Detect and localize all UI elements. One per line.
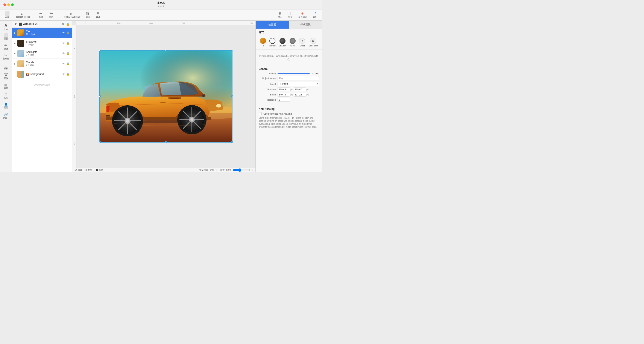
status-bar-right: 渲染模式 完整 ▾ 缩放 82 % ▾ — [200, 168, 253, 172]
aa-checkbox-row: Use seamless Anti-Aliasing — [259, 112, 319, 115]
style-section-label: 样式 — [256, 29, 322, 35]
undo-button[interactable]: ↩ 撤销 — [36, 11, 46, 20]
scale-h-input[interactable] — [294, 93, 306, 97]
position-y-unit: px — [306, 88, 309, 91]
border-style-button[interactable]: Border — [268, 37, 277, 48]
effect-style-button[interactable]: ✦ Effect — [298, 37, 306, 48]
fill-style-button[interactable]: Fill — [259, 37, 267, 48]
template-icon: ⊞ — [4, 63, 7, 67]
layer-item-clouds[interactable]: ▶ Clouds 4 个对象 👁 🔒 — [12, 59, 72, 69]
layer-item-spotlights[interactable]: ▶ Spotlights 2 个对象 👁 🔒 — [12, 48, 72, 59]
layer-lock-car[interactable]: 🔒 — [66, 31, 70, 34]
layer-lock-background[interactable]: 🔒 — [66, 72, 70, 76]
delete-button[interactable]: 🗑 副除 — [83, 11, 92, 20]
layer-expand-icon[interactable]: ▶ — [14, 32, 16, 34]
text-tool[interactable]: A 文本 — [1, 22, 11, 32]
redo-button[interactable]: ↪ 重做 — [46, 11, 56, 20]
align-button[interactable]: ▦ 对齐 — [276, 11, 284, 19]
undo-icon: ↩ — [39, 12, 42, 15]
generator-style-button[interactable]: ⚙ Generator — [307, 37, 319, 48]
layer-item-shadows[interactable]: ▶ Shadows 4 个对象 👁 🔒 — [12, 38, 72, 48]
rotation-label: Rotation — [259, 98, 276, 101]
maximize-button[interactable] — [11, 4, 14, 6]
layer-lock-clouds[interactable]: 🔒 — [66, 62, 70, 65]
layer-item-car[interactable]: ▶ Car 10 个对象 👁 🔒 — [12, 28, 72, 38]
layer-info-clouds: Clouds 4 个对象 — [26, 61, 60, 67]
layer-panel: ▼ ⬛ Artboard #1 👁 🔒 ▶ Car 10 个对象 👁 🔒 ▶ — [12, 21, 72, 172]
canvas-area[interactable]: 0 250 500 750 500 0 250 500 — [72, 21, 256, 172]
layer-visibility-background[interactable]: 👁 — [62, 72, 65, 76]
position-row: Position px px — [259, 88, 319, 91]
person-tool[interactable]: 👤 实例 — [1, 101, 11, 111]
link-tool[interactable]: 🔗 内嵌 ▾ — [1, 111, 11, 121]
distribute-icon: ⋮ — [289, 12, 292, 15]
object-name-input[interactable] — [278, 76, 319, 80]
layer-item-background[interactable]: ▶ 🌄 Background 👁 🔒 — [12, 69, 72, 79]
image-tool[interactable]: 🖼 图像 — [1, 72, 11, 81]
position-y-field: px — [294, 88, 309, 91]
general-section: General Opacity 100 Object Name Label — [256, 65, 322, 105]
artboard-actions: 👁 🔒 — [62, 23, 70, 26]
minimize-button[interactable] — [7, 4, 10, 6]
layer-name-background: 🌄 Background — [26, 73, 60, 76]
glow-style-button[interactable]: Glow — [288, 37, 297, 48]
opacity-slider-thumb[interactable] — [310, 72, 312, 75]
clip-tool[interactable]: ✂ 剪贴画 — [1, 52, 11, 62]
template-tool[interactable]: ⊞ 模板 — [1, 62, 11, 71]
grid-control[interactable]: ⊞ 网格 — [86, 168, 92, 171]
position-y-input[interactable] — [294, 88, 306, 91]
snap-control[interactable]: ⦿ 贴紧 — [75, 168, 82, 171]
shadow-icon — [280, 38, 286, 44]
aa-checkbox-label: Use seamless Anti-Aliasing — [264, 112, 292, 115]
aa-checkbox[interactable] — [259, 112, 262, 115]
canvas-content — [76, 25, 256, 168]
focus-button[interactable]: ⊙ _Toolbar_Focus — [13, 11, 32, 19]
artboard-visibility-icon[interactable]: 👁 — [62, 23, 64, 26]
artboard-lock-icon[interactable]: 🔒 — [66, 23, 70, 26]
layer-visibility-car[interactable]: 👁 — [62, 31, 65, 34]
svg-rect-35 — [106, 115, 110, 116]
merge-button[interactable]: ⊕ 合并 — [94, 11, 103, 19]
tab-inspector[interactable]: 检查器 — [256, 21, 289, 29]
close-button[interactable] — [4, 4, 6, 6]
duplicate-button[interactable]: ⧉ _Toolbar_Duplicate — [60, 11, 82, 19]
ruler-horizontal: 0 250 500 750 500 — [76, 21, 256, 25]
path-tool[interactable]: ✏ 路径 — [1, 42, 11, 52]
layer-thumb-shadows — [18, 40, 24, 47]
layer-expand-spotlights[interactable]: ▶ — [14, 53, 16, 55]
tags-control[interactable]: 标签 — [96, 168, 103, 171]
layer-expand-clouds[interactable]: ▶ — [14, 63, 16, 65]
layer-visibility-clouds[interactable]: 👁 — [62, 62, 65, 65]
svg-point-32 — [190, 118, 194, 121]
label-dropdown[interactable]: 无标签 ▾ — [278, 82, 319, 86]
shadow-style-button[interactable]: Shadow — [278, 37, 288, 48]
canvas-button[interactable]: ⬜ 画布 — [2, 11, 12, 20]
tab-style-preset[interactable]: 样式预设 — [289, 21, 322, 29]
scale-w-input[interactable] — [278, 93, 290, 97]
layer-info-car: Car 10 个对象 — [26, 30, 60, 36]
canvas-icon: ⬜ — [5, 12, 10, 15]
layer-visibility-shadows[interactable]: 👁 — [62, 42, 65, 45]
group-tool[interactable]: ⬡ 分组 — [1, 92, 11, 101]
layer-thumb-car — [18, 30, 24, 36]
zoom-slider[interactable] — [233, 168, 250, 172]
svg-point-7 — [216, 104, 221, 107]
position-x-input[interactable] — [278, 88, 290, 91]
layer-visibility-spotlights[interactable]: 👁 — [62, 52, 65, 55]
svg-point-34 — [202, 95, 204, 97]
layer-lock-spotlights[interactable]: 🔒 — [66, 52, 70, 55]
background-tool[interactable]: ▤ 背景 — [1, 82, 11, 91]
layer-expand-shadows[interactable]: ▶ — [14, 42, 16, 44]
no-style-message: 尚未添加填充、边框或效果。请使用上面的按钮来添加样式。 — [256, 50, 322, 65]
distribute-button[interactable]: ⋮ 分布 — [286, 11, 294, 19]
artboard-color-icon: ⬛ — [18, 23, 22, 26]
rotation-input[interactable] — [278, 98, 290, 102]
window-title: 未命名 未命名 — [157, 2, 165, 8]
opacity-slider[interactable] — [278, 73, 312, 74]
color-button[interactable]: ◈ 颜色建议 — [296, 10, 309, 20]
export-button[interactable]: ↗ 导出 — [311, 10, 320, 20]
layer-name-spotlights: Spotlights — [26, 51, 60, 54]
position-label: Position — [259, 88, 276, 91]
layer-lock-shadows[interactable]: 🔒 — [66, 42, 70, 45]
shape-tool[interactable]: ⬜ 形状 — [1, 32, 11, 42]
